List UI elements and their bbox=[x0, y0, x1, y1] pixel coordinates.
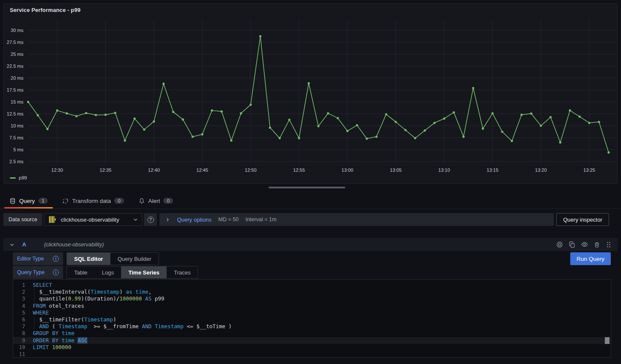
sql-editor-option[interactable]: SQL Editor bbox=[67, 253, 110, 265]
svg-text:12:35: 12:35 bbox=[100, 168, 112, 173]
datasource-picker[interactable]: clickhouse-observability bbox=[44, 213, 142, 226]
info-icon[interactable]: i bbox=[53, 256, 59, 262]
eye-icon[interactable] bbox=[581, 241, 588, 248]
svg-text:27.5 ms: 27.5 ms bbox=[7, 40, 24, 45]
code-line: 9ORDER BY time ASC bbox=[13, 337, 611, 344]
query-ref-id: A bbox=[22, 241, 26, 248]
query-options-toggle[interactable]: Query options bbox=[177, 217, 211, 223]
max-data-points-value: MD = 50 bbox=[218, 217, 239, 222]
trash-icon[interactable] bbox=[594, 241, 600, 248]
drag-handle-icon[interactable] bbox=[606, 241, 612, 248]
sql-code-editor[interactable]: 1SELECT2 $__timeInterval(Timestamp) as t… bbox=[13, 279, 611, 358]
svg-text:10 ms: 10 ms bbox=[11, 123, 23, 128]
run-query-button[interactable]: Run Query bbox=[570, 252, 611, 265]
code-line: 1SELECT bbox=[13, 282, 611, 289]
code-line: 10LIMIT 100000 bbox=[13, 344, 611, 351]
line-number: 7 bbox=[13, 323, 25, 330]
interval-value: Interval = 1m bbox=[246, 217, 277, 222]
svg-text:2.5 ms: 2.5 ms bbox=[9, 159, 24, 164]
svg-text:7.5 ms: 7.5 ms bbox=[9, 135, 24, 140]
indent-guide bbox=[34, 323, 35, 330]
editor-type-switch: SQL Editor Query Builder bbox=[66, 252, 159, 265]
code-line: 7 AND ( Timestamp >= $__fromTime AND Tim… bbox=[13, 323, 611, 330]
line-number: 2 bbox=[13, 289, 25, 295]
svg-text:20 ms: 20 ms bbox=[11, 75, 23, 81]
tabs-divider bbox=[0, 208, 621, 209]
line-number: 5 bbox=[13, 309, 25, 316]
tab-query[interactable]: Query 1 bbox=[4, 194, 53, 207]
disable-query-icon[interactable] bbox=[556, 241, 563, 248]
query-inspector-button[interactable]: Query inspector bbox=[556, 213, 609, 226]
indent-guide bbox=[34, 289, 35, 295]
query-type-label: Query Type bbox=[17, 269, 44, 275]
svg-text:30 ms: 30 ms bbox=[11, 28, 23, 33]
timeseries-chart[interactable]: 2.5 ms5 ms7.5 ms10 ms12.5 ms15 ms17.5 ms… bbox=[4, 4, 617, 183]
query-type-table[interactable]: Table bbox=[67, 266, 95, 278]
info-icon[interactable]: i bbox=[53, 269, 59, 275]
svg-text:12:30: 12:30 bbox=[51, 168, 63, 173]
line-number: 6 bbox=[13, 316, 25, 323]
data-source-label: Data source bbox=[3, 213, 42, 226]
query-options-bar: Query options MD = 50 Interval = 1m bbox=[159, 213, 554, 226]
tab-alert[interactable]: Alert 0 bbox=[133, 194, 178, 207]
line-number: 9 bbox=[13, 337, 25, 344]
line-number: 3 bbox=[13, 295, 25, 302]
code-line: 11 bbox=[13, 351, 611, 358]
svg-text:12:45: 12:45 bbox=[196, 168, 208, 173]
chevron-down-icon bbox=[133, 217, 138, 222]
svg-text:25 ms: 25 ms bbox=[11, 52, 23, 57]
editor-type-row: Editor Type i SQL Editor Query Builder R… bbox=[13, 252, 611, 265]
tab-label: Transform data bbox=[72, 198, 111, 204]
indent-guide bbox=[34, 295, 35, 302]
editor-type-label: Editor Type bbox=[17, 256, 44, 262]
legend-label: p99 bbox=[19, 175, 27, 180]
line-number: 4 bbox=[13, 303, 25, 309]
chevron-right-icon bbox=[165, 217, 170, 222]
query-type-time-series[interactable]: Time Series bbox=[121, 266, 167, 278]
collapse-chevron-down-icon[interactable] bbox=[9, 242, 14, 247]
code-line: 8GROUP BY time bbox=[13, 330, 611, 337]
query-row-header[interactable]: A (clickhouse-observability) bbox=[3, 238, 618, 251]
line-number: 11 bbox=[13, 351, 25, 358]
query-datasource-hint: (clickhouse-observability) bbox=[44, 242, 104, 248]
indent-guide bbox=[34, 316, 35, 323]
svg-text:13:15: 13:15 bbox=[487, 168, 499, 173]
clickhouse-logo-icon bbox=[48, 215, 57, 224]
svg-text:5 ms: 5 ms bbox=[13, 147, 23, 152]
datasource-help-button[interactable]: ? bbox=[144, 213, 157, 226]
svg-text:13:00: 13:00 bbox=[341, 168, 353, 173]
duplicate-query-icon[interactable] bbox=[569, 241, 575, 248]
transform-icon bbox=[62, 198, 69, 204]
legend-item-p99[interactable]: p99 bbox=[10, 175, 27, 180]
line-number: 10 bbox=[13, 344, 25, 351]
code-line: 3 quantile(0.99)(Duration)/1000000 AS p9… bbox=[13, 295, 611, 302]
code-line: 6 $__timeFilter(Timestamp) bbox=[13, 316, 611, 323]
svg-text:12:40: 12:40 bbox=[148, 168, 160, 173]
code-line: 5WHERE bbox=[13, 309, 611, 316]
query-type-traces[interactable]: Traces bbox=[167, 266, 198, 278]
datasource-toolbar: Data source clickhouse-observability ? Q… bbox=[3, 213, 618, 226]
legend-swatch bbox=[10, 177, 16, 179]
tab-transform-badge: 0 bbox=[114, 198, 124, 204]
editor-type-label-chip: Editor Type i bbox=[13, 252, 63, 265]
tab-alert-badge: 0 bbox=[163, 198, 173, 204]
tab-bar: Query 1 Transform data 0 Alert 0 bbox=[4, 194, 178, 207]
question-circle-icon: ? bbox=[147, 217, 154, 223]
pane-resizer[interactable] bbox=[269, 187, 345, 188]
query-builder-option[interactable]: Query Builder bbox=[110, 253, 159, 265]
svg-text:22.5 ms: 22.5 ms bbox=[7, 64, 24, 69]
query-type-logs[interactable]: Logs bbox=[95, 266, 121, 278]
query-row-actions bbox=[556, 241, 612, 248]
svg-text:17.5 ms: 17.5 ms bbox=[7, 87, 24, 92]
tab-transform-data[interactable]: Transform data 0 bbox=[57, 194, 129, 207]
query-type-switch: Table Logs Time Series Traces bbox=[66, 266, 198, 279]
tab-label: Alert bbox=[148, 198, 160, 204]
bell-icon bbox=[139, 198, 145, 204]
svg-text:13:10: 13:10 bbox=[438, 168, 450, 173]
code-line: 2 $__timeInterval(Timestamp) as time, bbox=[13, 289, 611, 295]
svg-text:15 ms: 15 ms bbox=[11, 99, 23, 104]
tab-query-badge: 1 bbox=[38, 198, 48, 204]
chart-panel: Service Performance - p99 2.5 ms5 ms7.5 … bbox=[3, 3, 618, 184]
database-icon bbox=[9, 198, 16, 204]
line-number: 8 bbox=[13, 330, 25, 337]
